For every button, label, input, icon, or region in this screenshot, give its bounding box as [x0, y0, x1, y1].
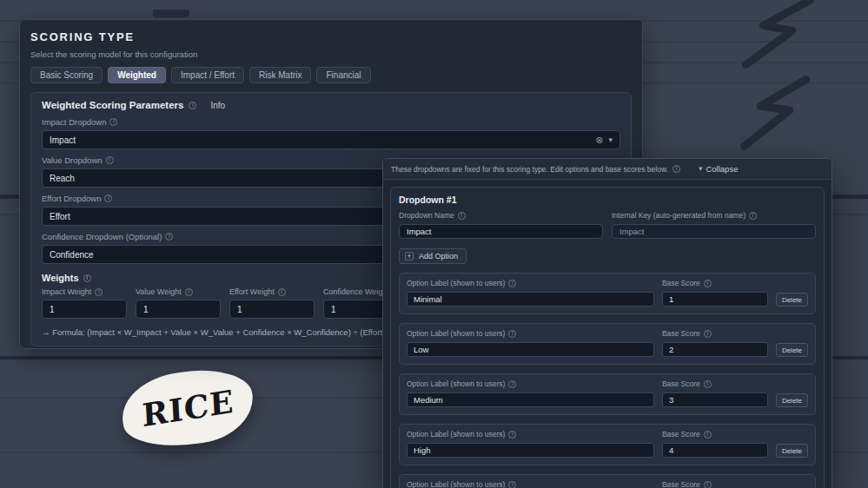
- option-label-input[interactable]: [407, 443, 654, 458]
- info-icon[interactable]: i: [673, 165, 680, 173]
- base-score-field: Base Score i: [662, 379, 768, 407]
- info-icon[interactable]: i: [458, 212, 466, 220]
- editor-notice-bar: These dropdowns are fixed for this scori…: [383, 159, 832, 180]
- option-label-field: Option Label (shown to users) i: [407, 379, 654, 407]
- base-score-label: Base Score: [662, 430, 700, 439]
- info-icon[interactable]: i: [508, 330, 516, 338]
- info-icon[interactable]: i: [185, 288, 193, 296]
- add-option-button[interactable]: + Add Option: [399, 248, 467, 264]
- weights-title: Weights: [42, 273, 79, 283]
- impact-dropdown-value: Impact: [50, 135, 76, 145]
- chevron-down-icon[interactable]: ▾: [608, 136, 613, 144]
- info-icon[interactable]: i: [704, 380, 712, 388]
- tab-impact-effort[interactable]: Impact / Effort: [171, 67, 244, 83]
- info-icon[interactable]: i: [95, 288, 103, 296]
- effort-weight-input[interactable]: [229, 300, 315, 319]
- option-label-label: Option Label (shown to users): [407, 430, 505, 439]
- screen: RICE SCORING TYPE Select the scoring mod…: [0, 0, 868, 488]
- dropdown-name-input[interactable]: [399, 224, 603, 239]
- option-label-input[interactable]: [407, 392, 654, 407]
- option-card: Option Label (shown to users) i Base Sco…: [399, 323, 816, 365]
- info-icon[interactable]: i: [508, 481, 516, 488]
- impact-dropdown-label: Impact Dropdown: [42, 117, 106, 127]
- option-card: Option Label (shown to users) i Base Sco…: [399, 424, 816, 465]
- base-score-label: Base Score: [662, 379, 700, 388]
- info-icon[interactable]: i: [83, 274, 91, 282]
- collapse-label: Collapse: [706, 164, 738, 174]
- option-label-label: Option Label (shown to users): [407, 379, 505, 388]
- base-score-input[interactable]: [662, 342, 768, 357]
- dropdown-name-field: Dropdown Name i: [399, 211, 603, 239]
- value-weight-input[interactable]: [136, 300, 221, 319]
- confidence-dropdown-label: Confidence Dropdown (Optional): [42, 232, 162, 241]
- select-icons: ⊗ ▾: [595, 135, 613, 145]
- editor-notice-text: These dropdowns are fixed for this scori…: [391, 165, 668, 174]
- add-option-label: Add Option: [419, 252, 458, 260]
- lightning-icon: [726, 66, 839, 162]
- base-score-input[interactable]: [662, 443, 768, 458]
- effort-dropdown-label: Effort Dropdown: [42, 194, 101, 203]
- impact-weight-input[interactable]: [42, 300, 127, 319]
- info-icon[interactable]: i: [189, 102, 196, 109]
- info-icon[interactable]: i: [109, 118, 117, 126]
- info-icon[interactable]: i: [104, 195, 112, 202]
- effort-weight-field: Effort Weight i: [229, 287, 315, 319]
- base-score-label: Base Score: [662, 329, 700, 338]
- impact-dropdown-select[interactable]: Impact ⊗ ▾: [42, 130, 620, 149]
- tab-basic-scoring[interactable]: Basic Scoring: [30, 67, 103, 83]
- collapse-button[interactable]: ▾ Collapse: [699, 164, 739, 174]
- base-score-field: Base Score i: [662, 329, 768, 357]
- tab-weighted[interactable]: Weighted: [108, 67, 166, 83]
- base-score-input[interactable]: [662, 392, 768, 407]
- base-score-input[interactable]: [662, 292, 768, 307]
- dropdown-card: Dropdown #1 Dropdown Name i Internal Key…: [390, 187, 825, 488]
- info-icon[interactable]: i: [508, 380, 516, 388]
- option-label-label: Option Label (shown to users): [407, 480, 505, 488]
- option-label-input[interactable]: [407, 292, 654, 307]
- option-card: Option Label (shown to users) i Base Sco…: [399, 373, 816, 415]
- internal-key-input[interactable]: [612, 224, 816, 239]
- info-icon[interactable]: i: [704, 330, 712, 338]
- delete-button[interactable]: Delete: [776, 393, 808, 407]
- dropdown-name-label: Dropdown Name: [399, 211, 454, 220]
- scoring-tabs: Basic Scoring Weighted Impact / Effort R…: [30, 67, 632, 83]
- rice-sticker: RICE: [117, 363, 258, 453]
- option-label-field: Option Label (shown to users) i: [407, 279, 654, 307]
- info-icon[interactable]: i: [165, 233, 173, 241]
- info-icon[interactable]: i: [278, 288, 286, 296]
- clear-icon[interactable]: ⊗: [595, 135, 603, 145]
- impact-dropdown-field: Impact Dropdown i Impact ⊗ ▾: [42, 117, 620, 149]
- impact-weight-field: Impact Weight i: [42, 287, 127, 319]
- info-icon[interactable]: i: [704, 431, 712, 439]
- info-link[interactable]: Info: [210, 101, 225, 110]
- bg-rect: [153, 10, 189, 17]
- info-icon[interactable]: i: [704, 481, 712, 488]
- info-icon[interactable]: i: [749, 212, 757, 220]
- info-icon[interactable]: i: [508, 431, 516, 439]
- delete-button[interactable]: Delete: [776, 444, 808, 458]
- info-icon[interactable]: i: [106, 156, 114, 164]
- delete-button[interactable]: Delete: [776, 343, 808, 357]
- option-card: Option Label (shown to users) i Base Sco…: [399, 474, 816, 488]
- option-label-label: Option Label (shown to users): [407, 279, 505, 287]
- scoring-type-subtitle: Select the scoring model for this config…: [30, 49, 632, 59]
- delete-button[interactable]: Delete: [776, 293, 808, 307]
- base-score-field: Base Score i: [662, 480, 768, 488]
- confidence-weight-label: Confidence Weight: [323, 287, 389, 296]
- dropdown-card-title: Dropdown #1: [399, 195, 816, 205]
- value-dropdown-label: Value Dropdown: [42, 155, 103, 165]
- option-card: Option Label (shown to users) i Base Sco…: [399, 273, 816, 314]
- info-icon[interactable]: i: [704, 280, 712, 287]
- option-label-field: Option Label (shown to users) i: [407, 329, 654, 357]
- internal-key-field: Internal Key (auto-generated from name) …: [612, 211, 816, 239]
- option-label-input[interactable]: [407, 342, 654, 357]
- base-score-field: Base Score i: [662, 279, 768, 307]
- plus-icon: +: [405, 252, 414, 260]
- weighted-params-header: Weighted Scoring Parameters i Info: [42, 100, 620, 110]
- info-icon[interactable]: i: [508, 280, 516, 287]
- value-weight-field: Value Weight i: [136, 287, 221, 319]
- tab-financial[interactable]: Financial: [316, 67, 370, 83]
- dropdown-editor-panel: These dropdowns are fixed for this scori…: [382, 158, 832, 488]
- option-label-field: Option Label (shown to users) i: [407, 480, 654, 488]
- tab-risk-matrix[interactable]: Risk Matrix: [249, 67, 311, 83]
